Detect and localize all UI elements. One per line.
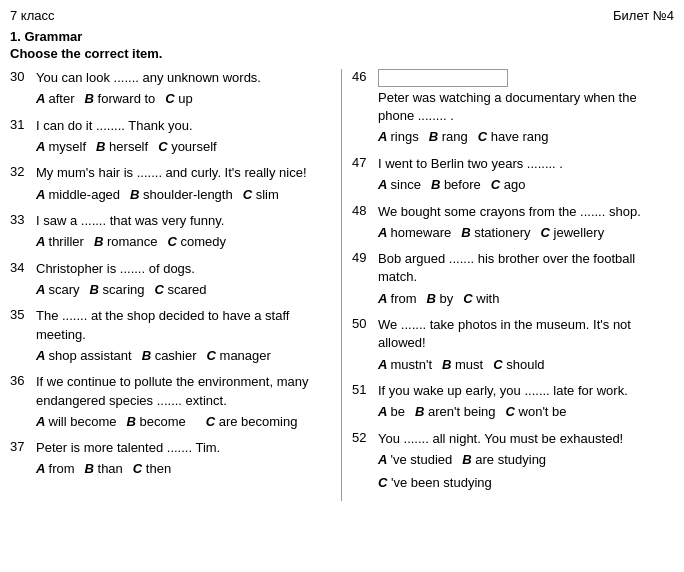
- answer-option: A rings: [378, 127, 419, 147]
- answer-option: B before: [431, 175, 481, 195]
- right-column: 46Peter was watching a documentary when …: [342, 69, 674, 501]
- question-number: 46: [352, 69, 374, 125]
- section-subtitle: Choose the correct item.: [10, 46, 674, 61]
- answer-letter: A: [36, 139, 49, 154]
- question-number: 35: [10, 307, 32, 343]
- answer-text: scaring: [103, 282, 145, 297]
- question-number: 30: [10, 69, 32, 87]
- answer-option: C won't be: [506, 402, 567, 422]
- grade-label: 7 класс: [10, 8, 55, 23]
- answer-input-box: [378, 69, 508, 87]
- answer-option: B herself: [96, 137, 148, 157]
- answer-letter: A: [378, 452, 391, 467]
- question-block: 48We bought some crayons from the ......…: [352, 203, 674, 243]
- answers-line: A middle-agedB shoulder-lengthC slim: [36, 185, 333, 205]
- answers-line: A ringsB rangC have rang: [378, 127, 674, 147]
- question-number: 50: [352, 316, 374, 352]
- answers-line: A fromB thanC then: [36, 459, 333, 479]
- answer-option: B shoulder-length: [130, 185, 233, 205]
- answer-option: B rang: [429, 127, 468, 147]
- answer-text: romance: [107, 234, 158, 249]
- answer-letter: A: [378, 291, 391, 306]
- answer-text: by: [440, 291, 454, 306]
- answer-letter: C: [493, 357, 506, 372]
- answer-option: B must: [442, 355, 483, 375]
- answers-line: A mustn'tB mustC should: [378, 355, 674, 375]
- question-block: 50We ....... take photos in the museum. …: [352, 316, 674, 374]
- answer-option: B cashier: [142, 346, 197, 366]
- answer-option: B scaring: [90, 280, 145, 300]
- answer-option: A will become: [36, 412, 116, 432]
- answer-text: scary: [49, 282, 80, 297]
- answer-text: must: [455, 357, 483, 372]
- question-number: 52: [352, 430, 374, 448]
- question-block: 33I saw a ....... that was very funny.A …: [10, 212, 333, 252]
- answer-option: A since: [378, 175, 421, 195]
- answer-option: A shop assistant: [36, 346, 132, 366]
- answer-letter: A: [378, 404, 391, 419]
- left-column: 30You can look ....... any unknown words…: [10, 69, 342, 501]
- question-number: 32: [10, 164, 32, 182]
- question-block: 52You ....... all night. You must be exh…: [352, 430, 674, 493]
- answer-text: middle-aged: [49, 187, 121, 202]
- answer-text: shop assistant: [49, 348, 132, 363]
- answer-letter: C: [506, 404, 519, 419]
- answer-text: will become: [49, 414, 117, 429]
- answer-text: manager: [220, 348, 271, 363]
- answer-letter: B: [85, 461, 98, 476]
- answers-line: A myselfB herselfC yourself: [36, 137, 333, 157]
- answer-text: since: [391, 177, 421, 192]
- question-block: 51If you wake up early, you ....... late…: [352, 382, 674, 422]
- answer-option: B by: [427, 289, 454, 309]
- answer-option: A thriller: [36, 232, 84, 252]
- question-number: 33: [10, 212, 32, 230]
- question-text: My mum's hair is ....... and curly. It's…: [36, 164, 333, 182]
- answers-line: A homewareB stationeryC jewellery: [378, 223, 674, 243]
- answer-letter: C: [463, 291, 476, 306]
- answer-text: become: [139, 414, 185, 429]
- answer-letter: C: [207, 348, 220, 363]
- answers-line: A scaryB scaringC scared: [36, 280, 333, 300]
- answer-option: C slim: [243, 185, 279, 205]
- answer-text: then: [146, 461, 171, 476]
- answer-text: up: [178, 91, 192, 106]
- answer-letter: B: [142, 348, 155, 363]
- answer-option: A middle-aged: [36, 185, 120, 205]
- answer-letter: B: [415, 404, 428, 419]
- question-block: 37Peter is more talented ....... Tim.A f…: [10, 439, 333, 479]
- answer-option: B are studying: [462, 450, 546, 470]
- answer-letter: B: [442, 357, 455, 372]
- question-block: 49Bob argued ....... his brother over th…: [352, 250, 674, 308]
- answer-text: have rang: [491, 129, 549, 144]
- answer-letter: B: [85, 91, 98, 106]
- question-text: Christopher is ....... of dogs.: [36, 260, 333, 278]
- question-number: 34: [10, 260, 32, 278]
- answer-option: A mustn't: [378, 355, 432, 375]
- question-number: 49: [352, 250, 374, 286]
- question-text: I can do it ........ Thank you.: [36, 117, 333, 135]
- question-number: 48: [352, 203, 374, 221]
- answer-option: C up: [165, 89, 192, 109]
- question-block: 47I went to Berlin two years ........ .A…: [352, 155, 674, 195]
- answer-letter: C: [165, 91, 178, 106]
- answer-text: 've been studying: [391, 475, 492, 490]
- answer-letter: B: [94, 234, 107, 249]
- question-text: If you wake up early, you ....... late f…: [378, 382, 674, 400]
- answer-text: yourself: [171, 139, 217, 154]
- question-text: If we continue to pollute the environmen…: [36, 373, 333, 409]
- answer-option: A 've studied: [378, 450, 452, 470]
- answer-text: slim: [256, 187, 279, 202]
- question-block: 31I can do it ........ Thank you.A mysel…: [10, 117, 333, 157]
- question-block: 32My mum's hair is ....... and curly. It…: [10, 164, 333, 204]
- answer-letter: C: [491, 177, 504, 192]
- ticket-label: Билет №4: [613, 8, 674, 23]
- answer-letter: B: [130, 187, 143, 202]
- answer-option: B aren't being: [415, 402, 496, 422]
- question-text: We ....... take photos in the museum. It…: [378, 316, 674, 352]
- answer-letter: B: [461, 225, 474, 240]
- answer-option: C with: [463, 289, 499, 309]
- answer-option: C yourself: [158, 137, 217, 157]
- answer-option: A from: [378, 289, 417, 309]
- answer-letter: C: [478, 129, 491, 144]
- answer-letter: A: [36, 234, 49, 249]
